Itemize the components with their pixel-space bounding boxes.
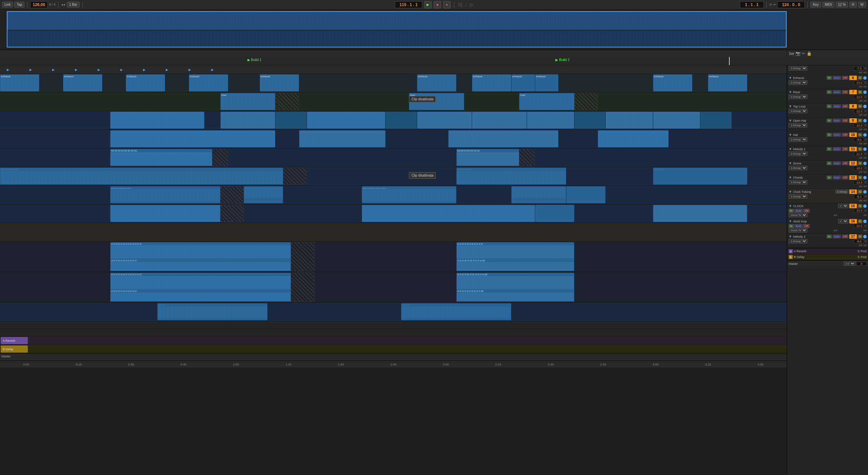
build2-marker[interactable]: ▶ Build 2 [555,58,569,62]
openhat-s-btn[interactable]: S [858,119,862,122]
clock-input-select[interactable]: 1 [838,204,848,208]
openhat-clip-1[interactable] [110,130,275,147]
build1-marker[interactable]: ▶ Build 1 [248,58,261,62]
melody2-in-btn[interactable]: In [827,235,832,238]
position-display[interactable]: 115 . 1 . 1 [395,1,422,8]
drone-off-btn[interactable]: Off [842,161,848,165]
clockloop-c-btn[interactable]: C [865,224,867,227]
openhat-group-select[interactable]: 1-Group [789,123,807,127]
exhaust-clip-11[interactable]: exhaust [708,74,747,92]
chords-clip-2[interactable] [362,205,535,222]
stop-button[interactable]: ■ [434,1,441,8]
drone-s-btn[interactable]: S [858,161,862,165]
drone-hatch-1[interactable] [220,186,244,203]
exhaust-clip-1[interactable]: exhaust [0,74,39,92]
exhaust-auto-btn[interactable]: Auto [833,76,841,80]
hat-s-btn[interactable]: S [858,133,862,137]
melody1-clip-2[interactable]: · · · · · · · · · · · [456,167,567,185]
hat-c-btn[interactable]: C [865,138,867,141]
clock-c-btn[interactable]: C [865,209,867,212]
exhaust-s-btn[interactable]: S [858,76,862,80]
exhaust-collapse-icon[interactable]: ▼ [789,76,792,80]
chords-hatch-1[interactable] [220,205,244,222]
clockticking-group-select[interactable]: 1-Group [789,194,807,199]
clock-off-btn[interactable]: Off [803,209,810,213]
chords-c-btn[interactable]: C [865,181,867,184]
b-delay-clip[interactable]: B Delay [1,345,28,353]
clockloop-clip-2[interactable]: cl cl cl cl ck cl ck cl cl cl cl dk cl c… [456,273,574,302]
riser-clip-2[interactable]: riser [409,93,464,110]
chords-in-btn[interactable]: In [827,176,832,179]
openhat-collapse-icon[interactable]: ▼ [789,119,792,122]
openhat-clip-4[interactable] [598,130,669,147]
group-select-0[interactable]: 1-Group [789,66,807,71]
riser-group-select[interactable]: 1-Group [789,95,807,99]
overview-panel[interactable] [0,9,868,50]
toploop-clip-9[interactable] [574,112,606,129]
master-vol[interactable]: 0 [856,262,867,266]
exhaust-clip-10[interactable]: exhaust [653,74,692,92]
master-bpm-display[interactable]: 124 . 0 . 0 [777,1,805,8]
link-button[interactable]: Link [2,2,13,7]
melody2-collapse-icon[interactable]: ▼ [789,235,792,238]
chords-vol[interactable]: -13.0 [854,180,864,184]
chords-clip-3[interactable] [535,205,574,222]
clock-sub-select[interactable]: Clock Tickin [789,213,807,217]
toploop-collapse-icon[interactable]: ▼ [789,104,792,108]
toploop-off-btn[interactable]: Off [842,104,848,108]
clockticking-s-btn[interactable]: S [858,190,862,194]
h-button[interactable]: H [849,2,856,7]
hat-group-select[interactable]: 1-Group [789,137,807,142]
midi-button[interactable]: MIDI [822,2,834,7]
melody1-off-btn[interactable]: Off [842,147,848,151]
exhaust-group-select[interactable]: 1-Group [789,80,807,85]
melody1-s-btn[interactable]: S [858,147,862,151]
toploop-c-btn[interactable]: C [865,110,867,113]
clock-collapse-icon[interactable]: ▼ [789,204,792,208]
loop-pos-display[interactable]: 1 . 1 . 1 [740,1,764,8]
riser-s-btn[interactable]: S [858,90,862,94]
hat-clip-1[interactable]: hü hü hü hü hü hü hü hü [110,149,213,166]
exhaust-clip-4[interactable]: exhaust [189,74,228,92]
toploop-clip-12[interactable] [700,112,732,129]
clockloop-s-btn[interactable]: S [858,219,862,223]
hat-hatch-1[interactable] [212,149,228,166]
toploop-clip-5[interactable] [386,112,417,129]
clockticking-vol[interactable]: -6.0 [854,195,864,199]
melody1-group-select[interactable]: 1-Group [789,152,807,156]
riser-in-btn[interactable]: In [827,90,832,94]
openhat-dot-btn[interactable] [863,119,867,122]
melody1-hatch[interactable] [283,167,307,185]
toploop-in-btn[interactable]: In [827,104,832,108]
melody2-s-btn[interactable]: S [858,235,862,238]
clockticking-dot-btn[interactable] [863,190,867,194]
riser-hatch-2[interactable] [574,93,598,110]
toploop-group-select[interactable]: 1-Group [789,109,807,113]
hat-vol[interactable]: -9.0 [854,138,864,142]
riser-auto-btn[interactable]: Auto [833,90,841,94]
exhaust-c-btn[interactable]: C [865,81,867,84]
drone-collapse-icon[interactable]: ▼ [789,161,792,165]
drone-auto-btn[interactable]: Auto [833,161,841,165]
clockticking-collapse-icon[interactable]: ▼ [789,190,792,194]
riser-clip-3[interactable]: riser [519,93,574,110]
clockloop-off-btn[interactable]: Off [803,224,810,228]
riser-dot-btn[interactable] [863,91,867,94]
exhaust-in-btn[interactable]: In [827,76,832,80]
toploop-dot-btn[interactable] [863,105,867,108]
drone-group-select[interactable]: 1-Group [789,166,807,170]
chords-s-btn[interactable]: S [858,176,862,179]
riser-clip-1[interactable]: riser [220,93,275,110]
riser-collapse-icon[interactable]: ▼ [789,90,792,94]
chords-group-select[interactable]: 1-Group [789,180,807,184]
openhat-off-btn[interactable]: Off [842,119,848,122]
lock-icon[interactable]: 🔒 [807,51,812,56]
toploop-vol[interactable]: -12.0 [854,109,864,113]
openhat-clip-2[interactable] [299,130,386,147]
clockloop-sub-select[interactable]: Clock Tickin [789,228,807,233]
toploop-clip-10[interactable] [606,112,653,129]
exhaust-clip-6[interactable]: exhaust [417,74,456,92]
drone-c-btn[interactable]: C [865,166,867,170]
chords-auto-btn[interactable]: Auto [833,176,841,179]
openhat-in-btn[interactable]: In [827,119,832,122]
